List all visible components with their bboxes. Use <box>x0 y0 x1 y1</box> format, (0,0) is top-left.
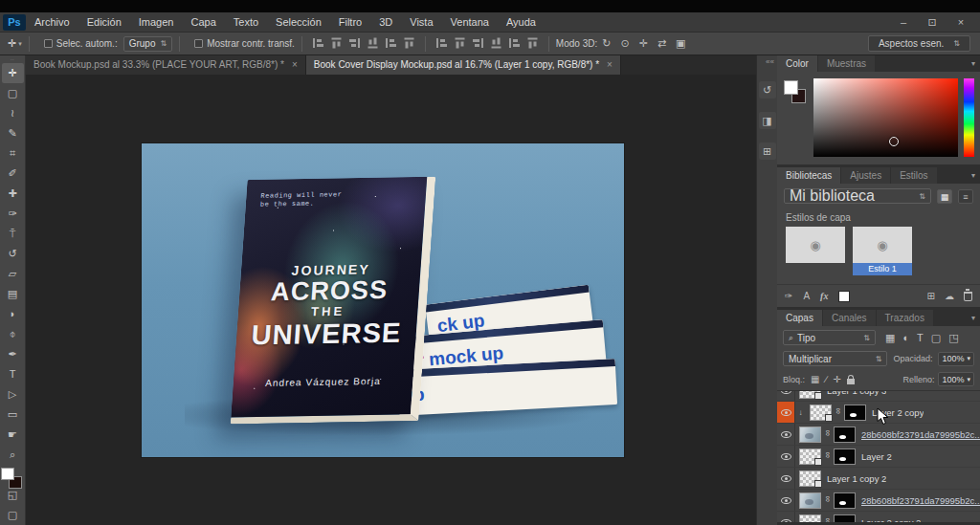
layer-thumbnail[interactable] <box>799 514 821 523</box>
show-transform-checkbox[interactable] <box>194 39 203 48</box>
color-tab-color[interactable]: Color <box>777 55 817 72</box>
cloud-sync-icon[interactable]: ☁ <box>945 291 954 301</box>
align-horizontal-centers-icon[interactable] <box>331 37 341 48</box>
layer-row-2[interactable]: ↓∞Layer 2 copy <box>777 402 980 424</box>
visibility-cell[interactable] <box>777 468 795 489</box>
zoom-tool[interactable]: ⌕ <box>2 445 24 465</box>
align-right-edges-icon[interactable] <box>349 38 360 48</box>
menu-vista[interactable]: Vista <box>401 12 441 33</box>
distribute-right-edges-icon[interactable] <box>527 37 537 48</box>
layer-mask-thumbnail[interactable] <box>844 405 866 421</box>
layer-mask-thumbnail[interactable] <box>834 492 856 509</box>
eye-icon[interactable] <box>781 409 791 416</box>
canvas-area[interactable]: ck upr mock upup Reading will never be t… <box>26 75 756 525</box>
visibility-cell[interactable] <box>777 512 795 522</box>
panel-menu-icon[interactable]: ▾ <box>967 167 980 184</box>
visibility-cell[interactable] <box>777 390 795 401</box>
healing-brush-tool[interactable]: ✚ <box>2 184 24 204</box>
tool-preset-caret-icon[interactable]: ▾ <box>18 40 22 48</box>
distribute-top-edges-icon[interactable] <box>436 38 447 48</box>
hue-slider[interactable] <box>964 78 974 157</box>
3d-slide-icon[interactable]: ⇄ <box>657 37 666 49</box>
menu-filtro[interactable]: Filtro <box>330 12 370 33</box>
color-picker-ring-icon[interactable] <box>889 137 899 146</box>
filter-pixel-layers-icon[interactable]: ▦ <box>885 332 895 344</box>
3d-roll-icon[interactable]: ⊙ <box>620 37 629 49</box>
document-tab-1[interactable]: Book Mockup.psd al 33.3% (PLACE YOUR ART… <box>26 55 306 75</box>
layer-name[interactable]: Layer 2 copy <box>872 407 924 418</box>
layer-name[interactable]: 28b608bf23791da79995b2c... <box>861 495 980 506</box>
close-tab-icon[interactable]: × <box>607 55 612 75</box>
menu-archivo[interactable]: Archivo <box>26 12 78 33</box>
grid-view-icon[interactable]: ▦ <box>937 189 952 204</box>
distribute-horizontal-centers-icon[interactable] <box>509 38 520 48</box>
eyedropper-tool[interactable]: ✐ <box>2 164 24 184</box>
device-preview-panel-icon[interactable]: ⊞ <box>759 142 776 160</box>
layer-name[interactable]: Layer 1 copy 3 <box>827 390 886 396</box>
menu-seleccin[interactable]: Selección <box>267 12 330 33</box>
menu-capa[interactable]: Capa <box>182 12 224 33</box>
color-tab-muestras[interactable]: Muestras <box>818 55 875 72</box>
book-mockup-artwork[interactable]: ck upr mock upup Reading will never be t… <box>142 143 624 457</box>
layer-name[interactable]: Layer 2 copy 2 <box>861 517 921 523</box>
document-tab-2[interactable]: Book Cover Display Mockup.psd al 16.7% (… <box>306 55 621 75</box>
filter-type-layers-icon[interactable]: T <box>917 332 924 344</box>
screen-mode-button[interactable]: ▢ <box>2 505 24 525</box>
mask-link-icon[interactable]: ∞ <box>823 452 833 461</box>
saturation-brightness-field[interactable] <box>813 78 958 157</box>
history-brush-tool[interactable]: ↺ <box>2 244 24 264</box>
visibility-cell[interactable] <box>777 446 795 467</box>
layer-name[interactable]: 28b608bf23791da79995b2c... <box>861 429 980 440</box>
layer-mask-thumbnail[interactable] <box>834 427 856 443</box>
3d-drag-icon[interactable]: ✛ <box>639 37 648 49</box>
distribute-vertical-centers-icon[interactable] <box>455 37 464 48</box>
gradient-tool[interactable]: ▤ <box>2 284 24 304</box>
eye-icon[interactable] <box>781 519 791 523</box>
auto-select-target-dropdown[interactable]: Grupo ⇅ <box>123 36 173 52</box>
new-library-icon[interactable]: ⊞ <box>927 291 935 301</box>
3d-scale-icon[interactable]: ▣ <box>676 37 685 49</box>
layer-row-4[interactable]: ∞Layer 2 <box>777 446 980 468</box>
panel-menu-icon[interactable]: ▾ <box>967 310 980 326</box>
layers-tab-capas[interactable]: Capas <box>777 310 822 326</box>
mask-link-icon[interactable]: ∞ <box>823 496 833 505</box>
eye-icon[interactable] <box>781 475 791 482</box>
distribute-bottom-edges-icon[interactable] <box>473 38 483 48</box>
marquee-tool[interactable]: ▢ <box>2 83 24 103</box>
eraser-tool[interactable]: ▱ <box>2 264 24 284</box>
layer-thumbnail[interactable] <box>799 448 821 465</box>
auto-select-checkbox[interactable] <box>44 39 53 48</box>
visibility-cell[interactable] <box>777 402 795 423</box>
filter-smart-objects-icon[interactable]: ◳ <box>948 332 958 344</box>
layer-name[interactable]: Layer 2 <box>861 451 892 462</box>
libraries-tab-estilos[interactable]: Estilos <box>891 167 936 184</box>
layer-style-selected[interactable]: ◉ Estilo 1 <box>853 227 912 275</box>
add-character-style-icon[interactable]: A <box>803 291 810 301</box>
layer-thumbnail[interactable] <box>799 427 821 443</box>
dodge-tool[interactable]: ⌽ <box>2 324 24 344</box>
clone-stamp-tool[interactable]: ⍑ <box>2 224 24 244</box>
layer-row-1[interactable]: Layer 1 copy 3 <box>777 390 980 402</box>
mask-link-icon[interactable]: ∞ <box>834 408 843 417</box>
libraries-tab-bibliotecas[interactable]: Bibliotecas <box>777 167 840 184</box>
delete-icon[interactable] <box>964 292 972 301</box>
menu-ayuda[interactable]: Ayuda <box>498 12 545 33</box>
libraries-tab-ajustes[interactable]: Ajustes <box>841 167 890 184</box>
shape-tool[interactable]: ▭ <box>2 405 24 425</box>
layer-row-7[interactable]: ∞Layer 2 copy 2 <box>777 512 980 522</box>
lasso-tool[interactable]: ≀ <box>2 103 24 123</box>
menu-texto[interactable]: Texto <box>225 12 267 33</box>
lock-position-icon[interactable]: ✛ <box>833 374 840 384</box>
layer-style-thumbnail[interactable]: ◉ <box>786 227 845 263</box>
type-tool[interactable]: T <box>2 364 24 384</box>
align-vertical-centers-icon[interactable] <box>386 38 396 48</box>
list-view-icon[interactable]: ≡ <box>958 189 973 204</box>
lock-transparent-pixels-icon[interactable]: ▦ <box>811 374 819 384</box>
align-left-edges-icon[interactable] <box>313 38 323 48</box>
layers-tab-canales[interactable]: Canales <box>823 310 876 326</box>
minimize-button[interactable]: – <box>896 16 911 29</box>
layer-filter-dropdown[interactable]: ⌕ Tipo ⇅ <box>783 330 876 345</box>
layer-row-3[interactable]: ∞28b608bf23791da79995b2c... <box>777 424 980 446</box>
align-bottom-edges-icon[interactable] <box>404 37 413 48</box>
foreground-color-well[interactable] <box>784 80 798 95</box>
